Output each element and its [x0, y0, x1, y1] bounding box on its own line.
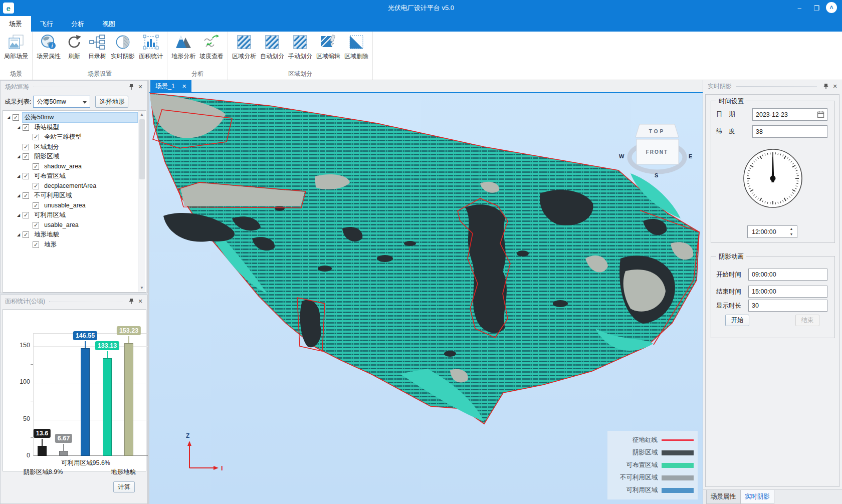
app-logo-icon: e	[3, 3, 14, 14]
expander-icon[interactable]: ◢	[16, 232, 21, 237]
pin-icon[interactable]	[822, 82, 830, 90]
tree-item[interactable]: ✓区域划分	[3, 142, 138, 152]
tree-item[interactable]: ✓unusable_area	[3, 201, 138, 211]
tree-item[interactable]: ◢✓可利用区域	[3, 210, 138, 220]
chart-bar[interactable]	[59, 451, 68, 456]
tree-item[interactable]: ◢✓公海50mw	[3, 113, 138, 123]
ribbon-tab[interactable]: 分析	[62, 16, 93, 32]
tree-item-label: 可布置区域	[32, 171, 138, 181]
right-panel-tab[interactable]: 实时阴影	[740, 490, 774, 504]
tree-item[interactable]: ◢✓阴影区域	[3, 152, 138, 162]
tree-item[interactable]: ✓shadow_area	[3, 162, 138, 172]
maximize-button[interactable]: ❐	[808, 0, 825, 16]
expander-icon[interactable]: ◢	[16, 174, 21, 178]
legend-row: 征地红线	[607, 434, 694, 446]
close-icon[interactable]: ✕	[136, 297, 144, 305]
compute-button[interactable]: 计算	[113, 481, 135, 492]
expander-icon[interactable]: ◢	[16, 154, 21, 159]
start-time-field[interactable]: 09:00:00	[748, 269, 827, 281]
right-panel-tab[interactable]: 场景属性	[706, 490, 740, 504]
minimize-button[interactable]: –	[791, 0, 808, 16]
ribbon-tab[interactable]: 飞行	[31, 16, 62, 32]
latitude-field[interactable]: 38	[752, 125, 827, 138]
ribbon-button[interactable]: 实时阴影	[109, 33, 137, 69]
ribbon-button[interactable]: 手动划分	[286, 33, 314, 69]
chart-bar[interactable]	[38, 446, 47, 456]
close-icon[interactable]: ✕	[136, 83, 144, 91]
tree-item[interactable]: ✓全站三维模型	[3, 132, 138, 142]
scroll-down-icon[interactable]: ▼	[138, 285, 145, 292]
ribbon-button[interactable]: 局部场景	[2, 33, 30, 69]
checkbox[interactable]: ✓	[33, 163, 39, 170]
calendar-icon[interactable]	[817, 111, 824, 120]
ribbon-button[interactable]: 自动划分	[258, 33, 286, 69]
pin-icon[interactable]	[127, 297, 135, 305]
checkbox[interactable]: ✓	[33, 134, 39, 140]
checkbox[interactable]: ✓	[33, 183, 39, 189]
end-button[interactable]: 结束	[795, 315, 819, 326]
view-cube[interactable]: TOP FRONT W S E	[615, 113, 696, 188]
end-time-field[interactable]: 15:00:00	[748, 286, 827, 298]
checkbox[interactable]: ✓	[23, 144, 29, 150]
checkbox[interactable]: ✓	[23, 212, 29, 218]
checkbox[interactable]: ✓	[13, 114, 19, 121]
ribbon-button[interactable]: 区域分析	[230, 33, 258, 69]
chart-bar[interactable]	[81, 348, 90, 456]
result-list-dropdown[interactable]: 公海50mw	[33, 96, 90, 108]
ribbon-tab[interactable]: 视图	[93, 16, 124, 32]
tree-item[interactable]: ◢✓地形地貌	[3, 230, 138, 240]
ribbon-button[interactable]: 坡度查看	[197, 33, 226, 69]
expander-icon[interactable]: ◢	[6, 115, 11, 120]
workspace: 场站巡游 ✕ 成果列表: 公海50mw 选择地形 ◢✓公海50mw◢✓场站模型✓…	[0, 80, 842, 504]
tree-scrollbar[interactable]: ▲ ▼	[138, 111, 145, 292]
checkbox[interactable]: ✓	[33, 241, 39, 248]
bar-value-badge: 133.13	[95, 341, 119, 350]
y-axis-tick-label: 150	[13, 342, 30, 349]
ribbon-button[interactable]: 区域编辑	[314, 33, 342, 69]
checkbox[interactable]: ✓	[23, 231, 29, 238]
tab-close-icon[interactable]: ✕	[182, 83, 186, 90]
scene-document-tab[interactable]: 场景_1 ✕	[150, 80, 191, 92]
tree-item[interactable]: ✓decplacementArea	[3, 181, 138, 191]
tree-item[interactable]: ✓usable_area	[3, 220, 138, 230]
close-icon[interactable]: ✕	[831, 82, 839, 90]
chart-bar[interactable]	[124, 343, 133, 456]
spinner-arrows-icon[interactable]: ▲▼	[788, 227, 795, 236]
ribbon-tab[interactable]: 场景	[0, 16, 31, 32]
group-title: 时间设置	[716, 97, 746, 106]
checkbox[interactable]: ✓	[33, 202, 39, 209]
ribbon-collapse-button[interactable]: ˄	[826, 2, 837, 13]
ribbon-button[interactable]: i场景属性	[35, 33, 63, 69]
ribbon-button[interactable]: 面积统计	[137, 33, 165, 69]
checkbox[interactable]: ✓	[23, 124, 29, 131]
scroll-up-icon[interactable]: ▲	[138, 111, 145, 118]
terrain-3d-canvas[interactable]: TOP FRONT W S E Z I 征地红线阴影区域可布置区域不可利用区域可…	[149, 92, 703, 504]
select-terrain-button[interactable]: 选择地形	[95, 96, 128, 108]
station-tour-panel: 场站巡游 ✕ 成果列表: 公海50mw 选择地形 ◢✓公海50mw◢✓场站模型✓…	[0, 80, 148, 293]
duration-field[interactable]: 30	[748, 300, 827, 312]
expander-icon[interactable]: ◢	[16, 213, 21, 217]
tree-item[interactable]: ✓地形	[3, 240, 138, 250]
ribbon-button[interactable]: 目录树	[86, 33, 109, 69]
checkbox[interactable]: ✓	[23, 173, 29, 179]
expander-icon[interactable]: ◢	[16, 125, 21, 130]
x-axis-label: 地形地貌	[111, 468, 136, 476]
start-button[interactable]: 开始	[725, 315, 749, 326]
checkbox[interactable]: ✓	[33, 222, 39, 228]
tree-item[interactable]: ◢✓不可利用区域	[3, 191, 138, 201]
checkbox[interactable]: ✓	[23, 192, 29, 199]
chart-bar[interactable]	[103, 358, 112, 456]
scrollbar-thumb[interactable]	[139, 119, 145, 179]
time-spinbox[interactable]: 12:00:00 ▲▼	[747, 225, 797, 238]
tree-item-label: 阴影区域	[32, 152, 138, 161]
date-field[interactable]: 2023-12-23	[752, 108, 827, 121]
viewcube-top-label: TOP	[649, 129, 665, 134]
pin-icon[interactable]	[127, 83, 135, 91]
tree-item[interactable]: ◢✓可布置区域	[3, 171, 138, 181]
checkbox[interactable]: ✓	[23, 153, 29, 160]
expander-icon[interactable]: ◢	[16, 193, 21, 198]
ribbon-button[interactable]: 区域删除	[342, 33, 370, 69]
ribbon-button[interactable]: 刷新	[63, 33, 86, 69]
tree-item[interactable]: ◢✓场站模型	[3, 123, 138, 133]
ribbon-button[interactable]: 地形分析	[169, 33, 197, 69]
